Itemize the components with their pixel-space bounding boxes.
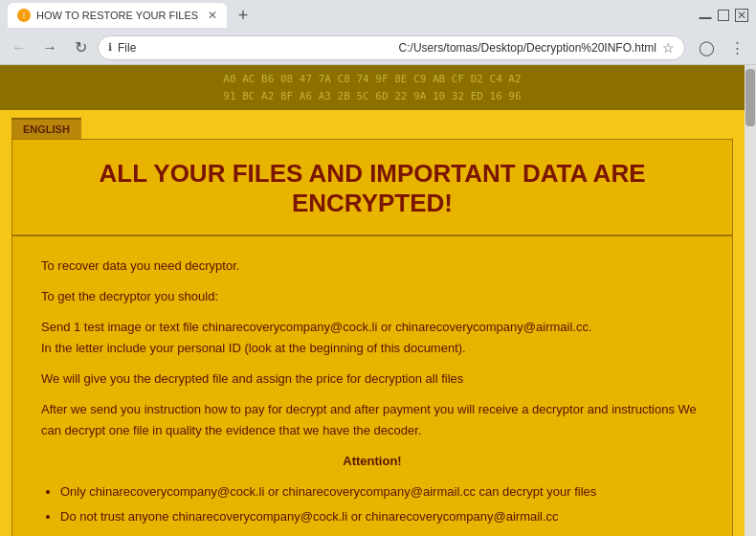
back-button[interactable]: ←	[6, 34, 33, 61]
account-button[interactable]: ◯	[693, 34, 720, 61]
para-3-line-1: Send 1 test image or text file chinareco…	[41, 320, 592, 334]
list-item: Do not attempt to remove the program or …	[60, 532, 703, 537]
new-tab-button[interactable]: +	[231, 3, 256, 28]
page-area: A0 AC B6 08 47 7A C8 74 9F 8E C9 AB CF D…	[0, 65, 745, 536]
para-1: To recover data you need decryptor.	[41, 256, 703, 277]
list-item: Do not trust anyone chinarecoverycompany…	[60, 506, 703, 527]
language-tab[interactable]: ENGLISH	[11, 118, 81, 139]
address-separator	[258, 41, 393, 55]
page-content: A0 AC B6 08 47 7A C8 74 9F 8E C9 AB CF D…	[0, 65, 745, 536]
title-bar: ! HOW TO RESTORE YOUR FILES ✕ + ✕	[0, 0, 756, 31]
forward-button[interactable]: →	[36, 34, 63, 61]
para-3-line-2: In the letter include your personal ID (…	[41, 341, 466, 355]
address-bar[interactable]: ℹ File C:/Users/tomas/Desktop/Decryption…	[98, 35, 685, 60]
address-url: C:/Users/tomas/Desktop/Decryption%20INFO…	[399, 41, 656, 55]
tab-close-button[interactable]: ✕	[208, 9, 217, 22]
close-button[interactable]: ✕	[735, 9, 748, 22]
attention: Attention!	[41, 451, 703, 472]
browser-content: A0 AC B6 08 47 7A C8 74 9F 8E C9 AB CF D…	[0, 65, 756, 536]
para-4: We will give you the decrypted file and …	[41, 368, 703, 390]
browser-tab[interactable]: ! HOW TO RESTORE YOUR FILES ✕	[8, 3, 227, 28]
minimize-button[interactable]	[699, 17, 712, 19]
tab-favicon: !	[17, 9, 31, 22]
tab-title: HOW TO RESTORE YOUR FILES	[36, 10, 198, 21]
bullet-list: Only chinarecoverycompany@cock.li or chi…	[60, 481, 703, 536]
maximize-button[interactable]	[718, 10, 729, 21]
bookmark-icon[interactable]: ☆	[662, 40, 675, 56]
reload-button[interactable]: ↻	[67, 34, 94, 61]
window-controls: ✕	[699, 9, 748, 22]
address-protocol: File	[118, 41, 253, 55]
scrollbar-thumb[interactable]	[745, 69, 755, 126]
main-box: ALL YOUR FILES AND IMPORTANT DATA ARE EN…	[11, 139, 733, 536]
scrollbar[interactable]	[745, 65, 756, 536]
headline: ALL YOUR FILES AND IMPORTANT DATA ARE EN…	[41, 159, 703, 218]
browser-frame: ! HOW TO RESTORE YOUR FILES ✕ + ✕ ← → ↻ …	[0, 0, 756, 536]
para-2: To get the decryptor you should:	[41, 286, 703, 307]
hex-line-1: A0 AC B6 08 47 7A C8 74 9F 8E C9 AB CF D…	[19, 71, 725, 88]
info-icon: ℹ	[108, 41, 112, 54]
body-section: To recover data you need decryptor. To g…	[12, 236, 732, 536]
hex-section: A0 AC B6 08 47 7A C8 74 9F 8E C9 AB CF D…	[0, 65, 745, 110]
menu-button[interactable]: ⋮	[723, 34, 750, 61]
para-3: Send 1 test image or text file chinareco…	[41, 317, 703, 359]
toolbar-icons: ◯ ⋮	[693, 34, 750, 61]
headline-section: ALL YOUR FILES AND IMPORTANT DATA ARE EN…	[12, 140, 732, 235]
hex-line-2: 91 BC A2 8F A6 A3 2B 5C 6D 22 9A 10 32 E…	[19, 88, 725, 105]
list-item: Only chinarecoverycompany@cock.li or chi…	[60, 481, 703, 502]
para-5: After we send you instruction how to pay…	[41, 399, 703, 441]
toolbar: ← → ↻ ℹ File C:/Users/tomas/Desktop/Decr…	[0, 31, 756, 65]
